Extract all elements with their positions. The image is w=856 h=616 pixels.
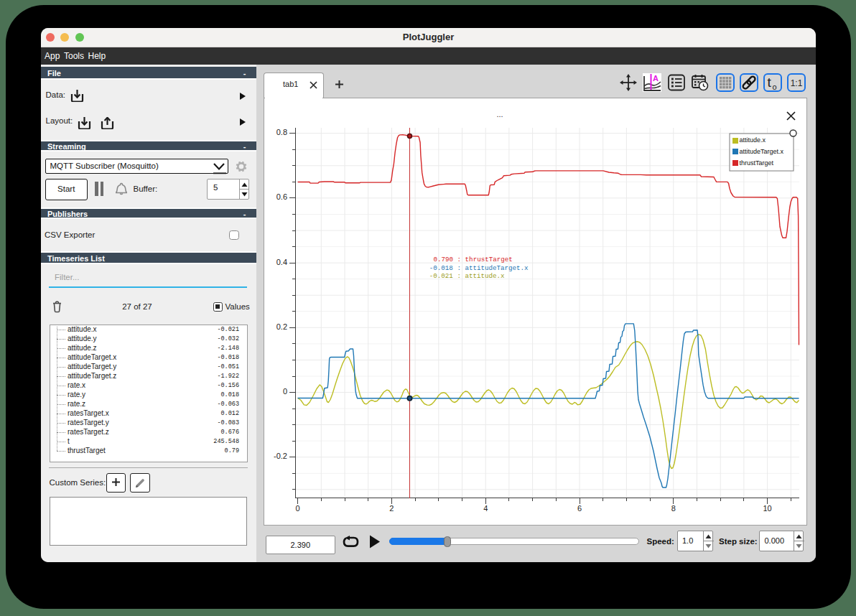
svg-text:1:1: 1:1 [790, 78, 802, 88]
svg-text:A: A [653, 74, 659, 83]
svg-text:o: o [772, 83, 776, 91]
svg-text:t: t [767, 75, 771, 90]
